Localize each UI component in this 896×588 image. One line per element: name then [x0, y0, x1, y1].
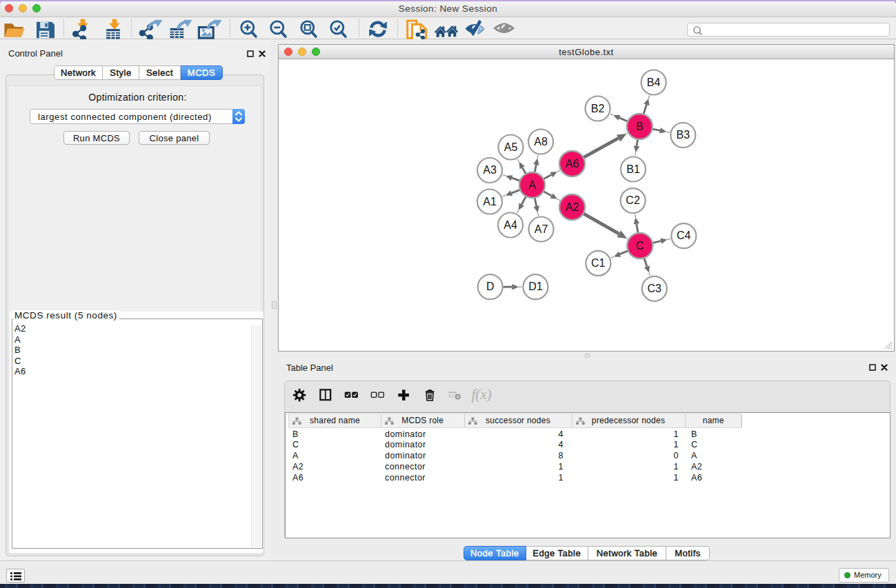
svg-text:A2: A2 [566, 201, 579, 213]
svg-text:B2: B2 [591, 103, 605, 114]
svg-text:A: A [528, 179, 536, 191]
svg-text:D: D [486, 281, 495, 292]
svg-text:C: C [636, 240, 644, 252]
svg-text:A3: A3 [483, 164, 497, 176]
svg-text:C3: C3 [648, 283, 662, 294]
svg-text:D1: D1 [528, 281, 543, 292]
svg-text:A6: A6 [566, 158, 579, 170]
svg-text:B1: B1 [626, 163, 640, 175]
svg-text:C4: C4 [677, 230, 691, 241]
svg-text:B: B [636, 121, 644, 132]
svg-text:A8: A8 [534, 136, 548, 148]
svg-text:C1: C1 [591, 257, 606, 269]
svg-text:A7: A7 [535, 223, 548, 235]
svg-text:A4: A4 [504, 219, 517, 231]
svg-text:A5: A5 [504, 141, 518, 153]
svg-text:B4: B4 [647, 77, 661, 88]
svg-text:B3: B3 [677, 129, 690, 141]
svg-text:C2: C2 [626, 194, 640, 206]
svg-text:A1: A1 [483, 196, 497, 207]
